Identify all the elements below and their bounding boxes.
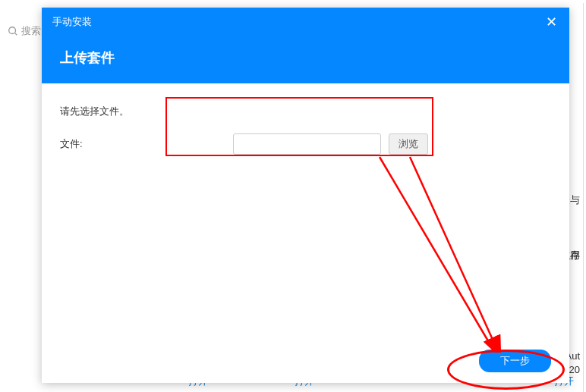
modal-titlebar: 手动安装 ✕ <box>42 8 569 36</box>
next-button[interactable]: 下一步 <box>479 350 551 372</box>
modal-header: 上传套件 <box>42 36 569 83</box>
modal-titlebar-text: 手动安装 <box>52 15 92 29</box>
file-label: 文件: <box>60 137 98 151</box>
file-input-area: 浏览 <box>233 133 428 155</box>
svg-line-1 <box>15 33 17 36</box>
border-right <box>583 3 584 392</box>
manual-install-modal: 手动安装 ✕ 上传套件 请先选择文件。 文件: 浏览 下一步 <box>42 8 569 383</box>
search-bar[interactable]: 搜索 <box>8 24 41 38</box>
search-icon <box>8 26 18 36</box>
modal-footer: 下一步 <box>42 339 569 383</box>
browse-button[interactable]: 浏览 <box>389 133 428 155</box>
search-placeholder: 搜索 <box>21 24 41 38</box>
svg-point-0 <box>9 27 16 34</box>
instruction-text: 请先选择文件。 <box>60 105 551 118</box>
file-row: 文件: 浏览 <box>60 133 551 155</box>
file-path-input[interactable] <box>233 133 381 155</box>
close-icon[interactable]: ✕ <box>543 14 559 30</box>
modal-header-title: 上传套件 <box>60 50 115 65</box>
modal-body: 请先选择文件。 文件: 浏览 <box>42 83 569 339</box>
